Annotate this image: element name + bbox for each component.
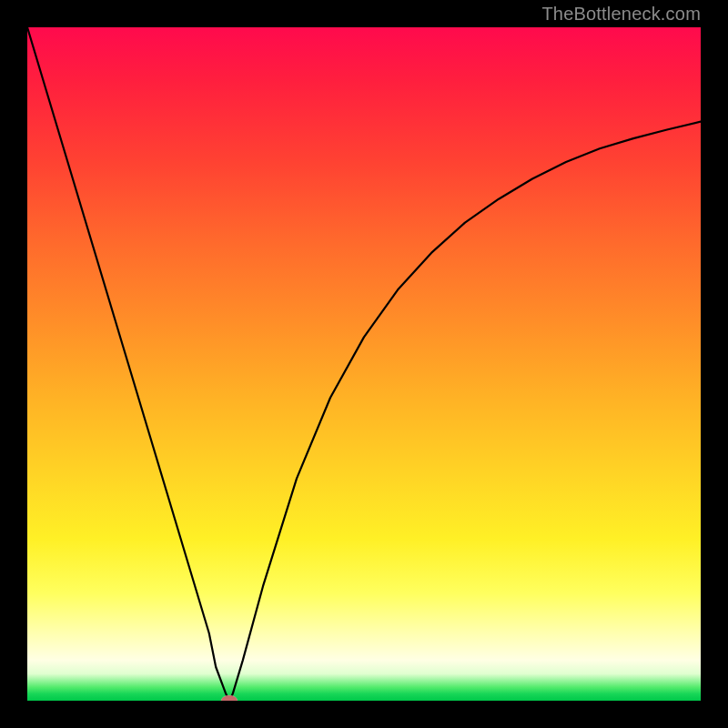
chart-frame: TheBottleneck.com	[0, 0, 728, 728]
plot-area	[27, 27, 701, 701]
bottleneck-curve-path	[27, 27, 701, 701]
watermark-text: TheBottleneck.com	[541, 4, 701, 25]
chart-curve	[27, 27, 701, 701]
minimum-marker	[221, 695, 238, 701]
